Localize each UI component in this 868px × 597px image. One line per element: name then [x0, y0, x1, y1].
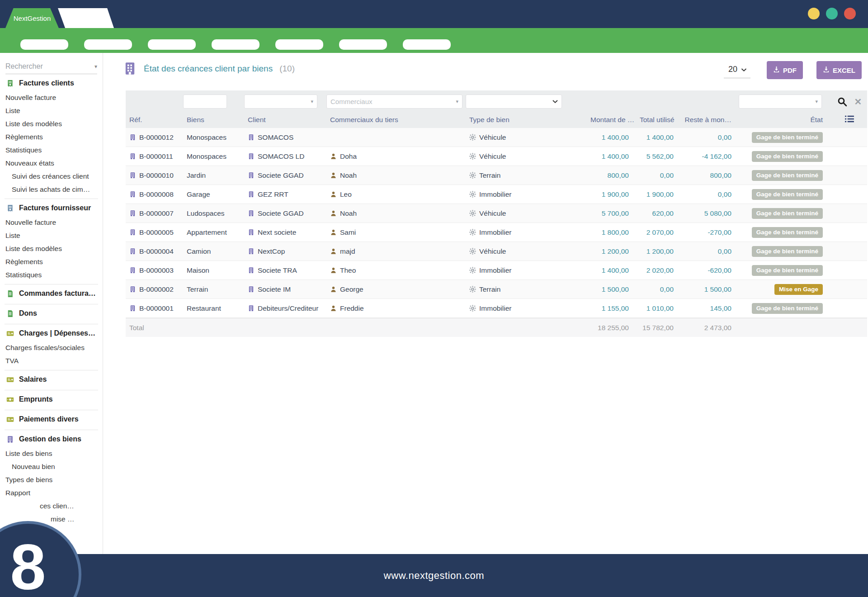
building-icon — [248, 134, 255, 141]
bien-cell: Appartement — [187, 228, 227, 237]
page-header: État des créances client par biens (10) … — [104, 53, 868, 90]
sidebar-item[interactable]: Règlements — [0, 255, 103, 268]
sidebar-item[interactable]: Charges fiscales/sociales — [0, 341, 103, 354]
sidebar-item[interactable]: Suivi les achats de cim… — [0, 183, 103, 196]
col-ref[interactable]: Réf. — [126, 116, 183, 124]
nav-pill-5[interactable] — [275, 39, 323, 50]
nav-pill-1[interactable] — [20, 39, 68, 50]
search-icon[interactable] — [837, 97, 847, 107]
table-row[interactable]: B-0000005 Appartement Next societe Sami … — [126, 223, 867, 242]
commercial-cell: Noah — [340, 209, 357, 218]
reste-cell: 5 080,00 — [681, 209, 739, 218]
sidebar-section-2[interactable]: Commandes factura… — [0, 284, 103, 301]
table-row[interactable]: B-0000010 Jardin Societe GGAD Noah Terra… — [126, 166, 867, 185]
person-icon — [330, 229, 337, 236]
sidebar-item[interactable]: Règlements — [0, 130, 103, 143]
col-type-bien[interactable]: Type de bien — [466, 116, 587, 124]
nav-pill-2[interactable] — [84, 39, 132, 50]
sidebar-item[interactable]: Liste — [0, 229, 103, 242]
excel-export-button[interactable]: EXCEL — [816, 61, 862, 79]
sidebar-item[interactable]: Nouveaux états — [0, 156, 103, 170]
table-row[interactable]: B-0000002 Terrain Societe IM George Terr… — [126, 280, 867, 299]
sidebar-item[interactable]: Suivi des créances client — [0, 170, 103, 183]
caret-down-icon: ▾ — [815, 99, 818, 104]
sidebar-search-select[interactable]: Rechercher ▾ — [5, 59, 97, 74]
col-client[interactable]: Client — [244, 116, 326, 124]
sidebar-item[interactable]: Liste — [0, 104, 103, 117]
table-row[interactable]: B-0000003 Maison Societe TRA Theo Immobi… — [126, 261, 867, 280]
sidebar-section-1[interactable]: Factures fournisseur — [0, 199, 103, 216]
gear-icon — [469, 134, 476, 141]
type-bien-cell: Immobilier — [479, 190, 511, 199]
reste-cell: 145,00 — [681, 304, 739, 313]
sidebar-section-4[interactable]: Charges | Dépenses… — [0, 324, 103, 341]
sidebar: Rechercher ▾ Factures clientsNouvelle fa… — [0, 53, 103, 554]
sidebar-section-3[interactable]: Dons — [0, 304, 103, 321]
table-row[interactable]: B-0000004 Camion NextCop majd Véhicule 1… — [126, 242, 867, 261]
sidebar-section-7[interactable]: Paiements divers — [0, 410, 103, 427]
sidebar-item[interactable]: Liste des modèles — [0, 242, 103, 255]
biens-filter-input[interactable] — [183, 95, 227, 109]
col-total-utilise[interactable]: Total utilisé — [636, 116, 681, 124]
sidebar-item[interactable]: Nouveau bien — [0, 460, 103, 473]
page-size-select[interactable]: 20 — [724, 62, 750, 78]
person-icon — [330, 172, 337, 179]
sidebar-item[interactable]: Types de biens — [0, 473, 103, 486]
col-montant[interactable]: Montant de … — [587, 116, 636, 124]
building-icon — [248, 191, 255, 198]
sidebar-item[interactable]: TVA — [0, 354, 103, 367]
col-biens[interactable]: Biens — [183, 116, 244, 124]
nav-pill-6[interactable] — [339, 39, 387, 50]
sidebar-item[interactable]: Statistiques — [0, 143, 103, 156]
sidebar-section-0[interactable]: Factures clients — [0, 74, 103, 91]
table-row[interactable]: B-0000012 Monospaces SOMACOS Véhicule 1 … — [126, 128, 867, 147]
sidebar-item[interactable]: Liste des modèles — [0, 117, 103, 130]
table-row[interactable]: B-0000001 Restaurant Debiteurs/Crediteur… — [126, 299, 867, 318]
gear-icon — [469, 191, 476, 198]
list-view-icon[interactable] — [845, 115, 854, 124]
red-dot[interactable] — [844, 8, 856, 19]
sidebar-item[interactable]: Nouvelle facture — [0, 91, 103, 104]
montant-cell: 800,00 — [587, 171, 636, 180]
yellow-dot[interactable] — [808, 8, 820, 19]
table-row[interactable]: B-0000007 Ludospaces Societe GGAD Noah V… — [126, 204, 867, 223]
sidebar-item[interactable]: Nouvelle facture — [0, 216, 103, 229]
table-header-row: Réf. Biens Client Commerciaux du tiers T… — [126, 111, 867, 128]
type-bien-cell: Véhicule — [479, 209, 506, 218]
pdf-export-button[interactable]: PDF — [767, 61, 803, 79]
col-commerciaux[interactable]: Commerciaux du tiers — [326, 116, 466, 124]
commerciaux-filter-select[interactable]: Commerciaux ▾ — [326, 95, 462, 109]
building-icon — [248, 172, 255, 179]
sidebar-section-8[interactable]: Gestion des biens — [0, 430, 103, 447]
sidebar-item[interactable]: ces clien… — [0, 499, 103, 512]
type-bien-filter-select[interactable] — [466, 95, 562, 109]
teal-dot[interactable] — [826, 8, 838, 19]
montant-cell: 1 500,00 — [587, 285, 636, 294]
table-row[interactable]: B-0000008 Garage GEZ RRT Leo Immobilier … — [126, 185, 867, 204]
building-icon — [123, 62, 137, 76]
sidebar-section-label: Salaires — [19, 375, 47, 384]
sidebar-section-5[interactable]: Salaires — [0, 370, 103, 387]
sidebar-section-6[interactable]: Emprunts — [0, 390, 103, 407]
status-badge: Gage de bien terminé — [752, 132, 823, 143]
clear-filters-icon[interactable]: ✕ — [854, 96, 862, 107]
client-filter-select[interactable]: ▾ — [244, 95, 317, 109]
sidebar-item[interactable]: Liste des biens — [0, 447, 103, 460]
ref-cell: B-0000007 — [139, 209, 174, 218]
type-bien-cell: Terrain — [479, 285, 500, 294]
chevron-down-icon: ▾ — [94, 63, 97, 70]
col-reste[interactable]: Reste à mon… — [681, 116, 739, 124]
sidebar-item[interactable]: Rapport — [0, 486, 103, 499]
sidebar-section-label: Factures fournisseur — [19, 204, 91, 212]
nav-pill-7[interactable] — [403, 39, 451, 50]
ref-cell: B-0000011 — [139, 152, 173, 161]
nav-pill-3[interactable] — [148, 39, 196, 50]
gear-icon — [469, 153, 476, 160]
etat-filter-select[interactable]: ▾ — [739, 95, 822, 109]
status-badge: Gage de bien terminé — [752, 227, 823, 238]
col-etat[interactable]: État — [739, 116, 832, 124]
nav-pill-4[interactable] — [212, 39, 259, 50]
sidebar-item[interactable]: Statistiques — [0, 268, 103, 281]
brand-tab[interactable]: NextGestion — [5, 8, 59, 28]
table-row[interactable]: B-0000011 Monospaces SOMACOS LD Doha Véh… — [126, 147, 867, 166]
